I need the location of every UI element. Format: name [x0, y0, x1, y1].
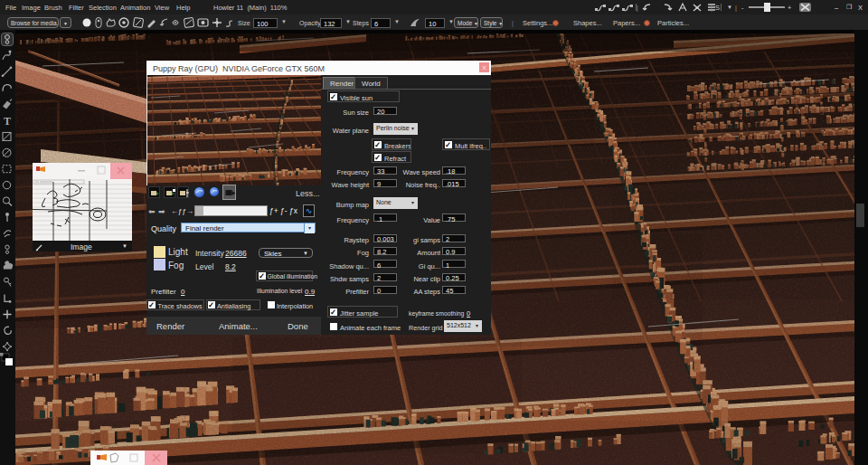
svg-text:T: T	[4, 115, 11, 128]
